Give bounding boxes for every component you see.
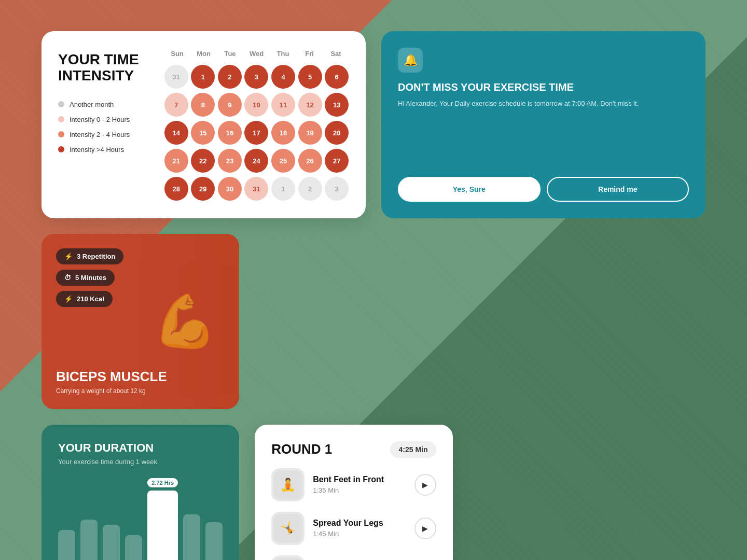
cal-day[interactable]: 25 bbox=[271, 149, 295, 173]
bar bbox=[80, 520, 98, 560]
active-bar-wrapper: 2.72 Hrs bbox=[147, 478, 178, 560]
play-button-2[interactable]: ▶ bbox=[414, 517, 436, 539]
remind-me-button[interactable]: Remind me bbox=[547, 177, 689, 202]
cal-day[interactable]: 21 bbox=[164, 149, 188, 173]
exercise-name-1: Bent Feet in Front bbox=[313, 475, 406, 484]
cal-day[interactable]: 11 bbox=[271, 93, 295, 117]
notif-buttons: Yes, Sure Remind me bbox=[398, 177, 689, 202]
cal-day[interactable]: 16 bbox=[218, 121, 242, 145]
notif-icon-wrapper: 🔔 DON'T MISS YOUR EXERCISE TIME Hi Alexa… bbox=[398, 48, 689, 121]
main-layout: YOUR TIME INTENSITY Another month Intens… bbox=[0, 0, 747, 560]
calendar-grid: Sun Mon Tue Wed Thu Fri Sat 31 1 2 3 4 5… bbox=[164, 48, 349, 202]
cal-day[interactable]: 14 bbox=[164, 121, 188, 145]
play-button-1[interactable]: ▶ bbox=[414, 474, 436, 496]
bar bbox=[58, 530, 75, 560]
minutes-badge: ⏱ 5 Minutes bbox=[56, 270, 115, 286]
calendar-legend: YOUR TIME INTENSITY Another month Intens… bbox=[58, 48, 151, 161]
cal-day[interactable]: 31 bbox=[164, 65, 188, 89]
legend-low: Intensity 0 - 2 Hours bbox=[58, 116, 151, 123]
cal-day[interactable]: 17 bbox=[244, 121, 268, 145]
duration-subtitle: Your exercise time during 1 week bbox=[58, 458, 223, 466]
cal-day[interactable]: 13 bbox=[325, 93, 349, 117]
cal-day[interactable]: 3 bbox=[244, 65, 268, 89]
legend-mid: Intensity 2 - 4 Hours bbox=[58, 131, 151, 138]
bar-wrapper bbox=[58, 478, 75, 560]
cal-day[interactable]: 15 bbox=[191, 121, 215, 145]
repetition-badge: ⚡ 3 Repetition bbox=[56, 248, 123, 264]
legend-high: Intensity >4 Hours bbox=[58, 146, 151, 153]
dot-low bbox=[58, 116, 64, 122]
bar-chart: 2.72 Hrs bbox=[58, 478, 223, 560]
cal-day[interactable]: 29 bbox=[191, 177, 215, 201]
cal-day[interactable]: 30 bbox=[218, 177, 242, 201]
active-bar-label: 2.72 Hrs bbox=[147, 478, 178, 487]
exercise-thumb-3: 🧗 bbox=[271, 555, 305, 560]
exercise-duration-1: 1:35 Min bbox=[313, 486, 406, 494]
cal-day[interactable]: 20 bbox=[325, 121, 349, 145]
cal-day[interactable]: 1 bbox=[191, 65, 215, 89]
round-time: 4:25 Min bbox=[390, 441, 436, 458]
exercise-silhouette: 💪 bbox=[131, 234, 240, 409]
exercise-thumb-1: 🧘 bbox=[271, 468, 305, 501]
cal-day[interactable]: 8 bbox=[191, 93, 215, 117]
round-card: ROUND 1 4:25 Min 🧘 Bent Feet in Front 1:… bbox=[255, 425, 452, 560]
duration-title: YOUR DURATION bbox=[58, 441, 223, 455]
cal-day[interactable]: 12 bbox=[298, 93, 322, 117]
exercise-item-1: 🧘 Bent Feet in Front 1:35 Min ▶ bbox=[271, 468, 436, 501]
exercise-info-1: Bent Feet in Front 1:35 Min bbox=[313, 475, 406, 494]
bar bbox=[183, 514, 200, 560]
cal-day[interactable]: 31 bbox=[244, 177, 268, 201]
cal-day[interactable]: 5 bbox=[298, 65, 322, 89]
bar bbox=[103, 525, 120, 560]
cal-day[interactable]: 10 bbox=[244, 93, 268, 117]
cal-day[interactable]: 24 bbox=[244, 149, 268, 173]
dot-high bbox=[58, 146, 64, 152]
cal-day[interactable]: 19 bbox=[298, 121, 322, 145]
calendar-title: YOUR TIME INTENSITY bbox=[58, 52, 151, 84]
cal-day[interactable]: 9 bbox=[218, 93, 242, 117]
cal-day[interactable]: 27 bbox=[325, 149, 349, 173]
cal-day[interactable]: 2 bbox=[218, 65, 242, 89]
cal-day[interactable]: 18 bbox=[271, 121, 295, 145]
exercise-info-2: Spread Your Legs 1:45 Min bbox=[313, 519, 406, 538]
kcal-badge: ⚡ 210 Kcal bbox=[56, 291, 113, 307]
exercise-thumb-2: 🤸 bbox=[271, 512, 305, 545]
active-bar bbox=[147, 491, 178, 560]
bar bbox=[125, 535, 142, 560]
notification-card: 🔔 DON'T MISS YOUR EXERCISE TIME Hi Alexa… bbox=[381, 31, 706, 218]
cal-day[interactable]: 26 bbox=[298, 149, 322, 173]
bar-wrapper bbox=[80, 478, 98, 560]
round-header: ROUND 1 4:25 Min bbox=[271, 441, 436, 458]
bottom-row: YOUR DURATION Your exercise time during … bbox=[42, 234, 706, 560]
yes-sure-button[interactable]: Yes, Sure bbox=[398, 177, 541, 202]
calendar-card: YOUR TIME INTENSITY Another month Intens… bbox=[42, 31, 366, 218]
notif-title: DON'T MISS YOUR EXERCISE TIME bbox=[398, 81, 689, 93]
cal-day[interactable]: 28 bbox=[164, 177, 188, 201]
cal-day[interactable]: 3 bbox=[325, 177, 349, 201]
legend-another: Another month bbox=[58, 101, 151, 108]
exercise-item-3: 🧗 Balance Your Body 1:15 Min ▶ bbox=[271, 555, 436, 560]
exercise-card: ⚡ 3 Repetition ⏱ 5 Minutes ⚡ 210 Kcal BI… bbox=[42, 234, 239, 409]
round-title: ROUND 1 bbox=[271, 441, 332, 457]
cal-day[interactable]: 22 bbox=[191, 149, 215, 173]
dot-another bbox=[58, 101, 64, 107]
svg-text:🤸: 🤸 bbox=[280, 521, 296, 536]
cal-day[interactable]: 1 bbox=[271, 177, 295, 201]
duration-card: YOUR DURATION Your exercise time during … bbox=[42, 425, 239, 560]
calendar-header: Sun Mon Tue Wed Thu Fri Sat bbox=[164, 48, 349, 60]
bar-wrapper bbox=[125, 478, 142, 560]
cal-day[interactable]: 4 bbox=[271, 65, 295, 89]
svg-rect-4 bbox=[273, 557, 302, 560]
cal-day[interactable]: 6 bbox=[325, 65, 349, 89]
bar-wrapper bbox=[183, 478, 200, 560]
exercise-item-2: 🤸 Spread Your Legs 1:45 Min ▶ bbox=[271, 512, 436, 545]
svg-text:🧘: 🧘 bbox=[280, 477, 296, 492]
cal-day[interactable]: 2 bbox=[298, 177, 322, 201]
cal-day[interactable]: 23 bbox=[218, 149, 242, 173]
bell-icon: 🔔 bbox=[398, 48, 423, 73]
exercise-name-2: Spread Your Legs bbox=[313, 519, 406, 528]
cal-day[interactable]: 7 bbox=[164, 93, 188, 117]
notif-description: Hi Alexander, Your Daily exercise schedu… bbox=[398, 99, 689, 109]
bar-wrapper bbox=[205, 478, 223, 560]
calendar-body: 31 1 2 3 4 5 6 7 8 9 10 11 12 13 14 15 1… bbox=[164, 64, 349, 202]
